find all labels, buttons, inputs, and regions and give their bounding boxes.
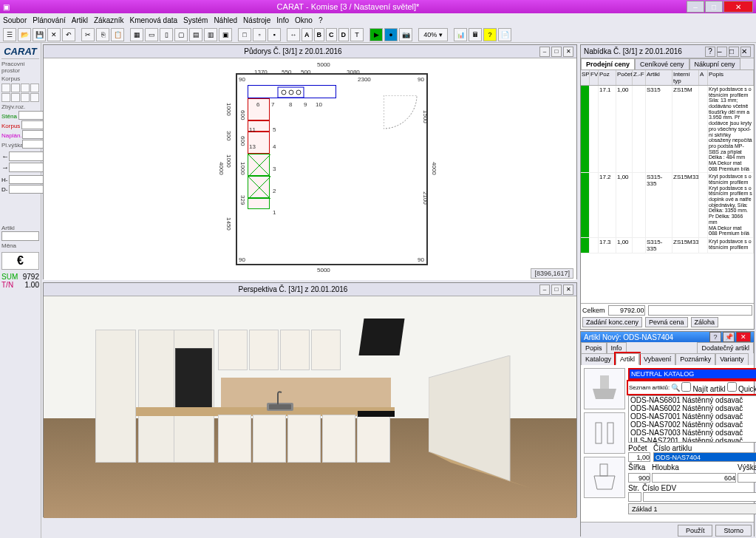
dir-cell[interactable] <box>1 93 10 102</box>
upper-cabinet[interactable] <box>311 330 341 370</box>
tall-cabinet[interactable] <box>95 330 136 463</box>
btn-pevna[interactable]: Pevná cena <box>645 317 688 327</box>
menu-artikl[interactable]: Artikl <box>72 16 88 24</box>
tool-box2-icon[interactable]: ▫ <box>253 28 266 41</box>
dialog-help-button[interactable]: ? <box>709 332 721 342</box>
tool-zoom-dropdown[interactable]: 40% ▾ <box>418 28 448 41</box>
neutral-katalog-bar[interactable]: NEUTRAL KATALOG <box>628 368 756 380</box>
list-item[interactable]: ODS-NAS6801Nástěnný odsavač <box>629 396 756 404</box>
dialog-pin-button[interactable]: 📌 <box>723 332 735 342</box>
btn-zaloha[interactable]: Záloha <box>691 317 719 327</box>
fp-cabinet[interactable] <box>248 176 270 198</box>
menu-nahled[interactable]: Náhled <box>214 16 237 24</box>
pocet-input[interactable] <box>628 452 650 462</box>
tall-cabinet[interactable] <box>138 330 179 463</box>
zaklad-select[interactable]: Základ 1 <box>628 503 756 514</box>
pane-max-button[interactable]: □ <box>551 285 562 295</box>
col-a[interactable]: A <box>699 70 708 85</box>
tab-prodejni[interactable]: Prodejní ceny <box>581 58 635 69</box>
tool-calc-icon[interactable]: 🖩 <box>469 28 482 41</box>
tool-view5-icon[interactable]: ▥ <box>204 28 217 41</box>
pane-close-button[interactable]: ✕ <box>740 47 751 57</box>
tab-nakupni[interactable]: Nákupní ceny <box>689 58 740 69</box>
tool-view6-icon[interactable]: ▣ <box>219 28 232 41</box>
offer-row[interactable]: 17.31,00S315-335ZS15M335Kryt podstavce s… <box>581 238 754 253</box>
quick-checkbox[interactable] <box>727 382 737 392</box>
tool-green-icon[interactable]: ▶ <box>370 28 383 41</box>
artikl-list[interactable]: ODS-NAS6801Nástěnný odsavačODS-NAS6002Ná… <box>628 395 756 443</box>
base-cabinet[interactable] <box>253 415 286 463</box>
list-item[interactable]: ODS-NAS7003Nástěnný odsavač <box>629 429 756 437</box>
tool-text-icon[interactable]: T <box>350 28 364 41</box>
dir-cell[interactable] <box>11 93 20 102</box>
sirka-input[interactable] <box>628 473 650 483</box>
base-cabinet[interactable] <box>357 415 390 463</box>
dir-cell[interactable] <box>21 93 30 102</box>
minimize-button[interactable]: – <box>687 1 704 13</box>
col-popis[interactable]: Popis <box>708 70 754 85</box>
tool-save-icon[interactable]: 💾 <box>33 28 46 41</box>
cislo-input[interactable] <box>653 452 756 462</box>
offer-help-button[interactable]: ? <box>705 47 715 57</box>
list-item[interactable]: ULS-NAS7201Nástěnný odsavač <box>629 437 756 443</box>
currency-button[interactable]: € <box>1 252 39 270</box>
tool-dim-icon[interactable]: ↔ <box>287 28 300 41</box>
list-item[interactable]: ODS-NAS7001Nástěnný odsavač <box>629 412 756 420</box>
upper-cabinet[interactable] <box>218 330 248 370</box>
menu-system[interactable]: Systém <box>183 16 208 24</box>
tool-view2-icon[interactable]: ▯ <box>160 28 173 41</box>
subtab-poznamky[interactable]: Poznámky <box>675 353 715 365</box>
subtab-katalogy[interactable]: Katalogy <box>581 353 616 365</box>
menu-info[interactable]: Info <box>276 16 289 24</box>
col-fv[interactable]: FV <box>590 70 599 85</box>
tab-cenikove[interactable]: Ceníkové ceny <box>635 58 689 69</box>
close-button[interactable]: ✕ <box>723 1 753 13</box>
right-arrow-icon[interactable]: → <box>1 163 7 171</box>
tool-help-icon[interactable]: ? <box>483 28 497 41</box>
tab-info[interactable]: Info <box>607 342 627 353</box>
floorplan-canvas[interactable]: 5000 1370 550 500 3080 2300 5000 4000 14… <box>44 58 576 280</box>
dir-cell[interactable] <box>30 93 39 102</box>
pane-max-button[interactable]: □ <box>551 47 562 57</box>
tab-popis[interactable]: Popis <box>581 342 607 353</box>
vyska-input[interactable] <box>738 473 756 483</box>
filter-icon[interactable]: 🔍 <box>671 384 680 392</box>
col-poz[interactable]: Poz <box>599 70 616 85</box>
tool-cut-icon[interactable]: ✂ <box>81 28 95 41</box>
edv-input[interactable] <box>643 492 756 502</box>
celkem-value[interactable] <box>608 305 645 316</box>
tool-letter-b[interactable]: B <box>314 28 325 41</box>
perspective-canvas[interactable] <box>44 296 576 518</box>
subtab-varianty[interactable]: Varianty <box>715 353 748 365</box>
upper-cabinet[interactable] <box>249 330 279 370</box>
storno-button[interactable]: Storno <box>715 525 752 537</box>
range-hood[interactable] <box>358 319 404 355</box>
menu-soubor[interactable]: Soubor <box>3 16 27 24</box>
tab-dodat[interactable]: Dodatečný artikl <box>697 342 754 353</box>
tool-letter-c[interactable]: C <box>326 28 337 41</box>
menu-zakaznik[interactable]: Zákazník <box>94 16 124 24</box>
base-cabinet[interactable] <box>287 415 321 463</box>
col-sp[interactable]: SP <box>581 70 590 85</box>
base-cabinet[interactable] <box>322 415 355 463</box>
tool-blue-icon[interactable]: ● <box>384 28 398 41</box>
col-pocet[interactable]: Počet <box>616 70 633 85</box>
dialog-close-button[interactable]: ✕ <box>736 332 751 342</box>
upper-cabinet[interactable] <box>280 330 310 370</box>
hloubka-input[interactable] <box>652 473 736 483</box>
pane-min-button[interactable]: – <box>539 285 550 295</box>
tool-letter-d[interactable]: D <box>338 28 350 41</box>
col-artikl[interactable]: Artikl <box>646 70 672 85</box>
dir-cell[interactable] <box>21 84 30 92</box>
tool-cancel-icon[interactable]: ✕ <box>47 28 61 41</box>
btn-zadani[interactable]: Zadání konc.ceny <box>582 317 642 327</box>
tool-grid-icon[interactable]: ▦ <box>130 28 143 41</box>
najit-checkbox[interactable] <box>681 382 691 392</box>
tool-view1-icon[interactable]: ▭ <box>145 28 158 41</box>
tool-chart-icon[interactable]: 📊 <box>454 28 467 41</box>
subtab-vybaveni[interactable]: Vybavení <box>639 353 675 365</box>
maximize-button[interactable]: □ <box>705 1 723 13</box>
tool-view4-icon[interactable]: ▤ <box>189 28 202 41</box>
pane-close-button[interactable]: ✕ <box>563 285 573 295</box>
menu-planovani[interactable]: Plánování <box>33 16 65 24</box>
